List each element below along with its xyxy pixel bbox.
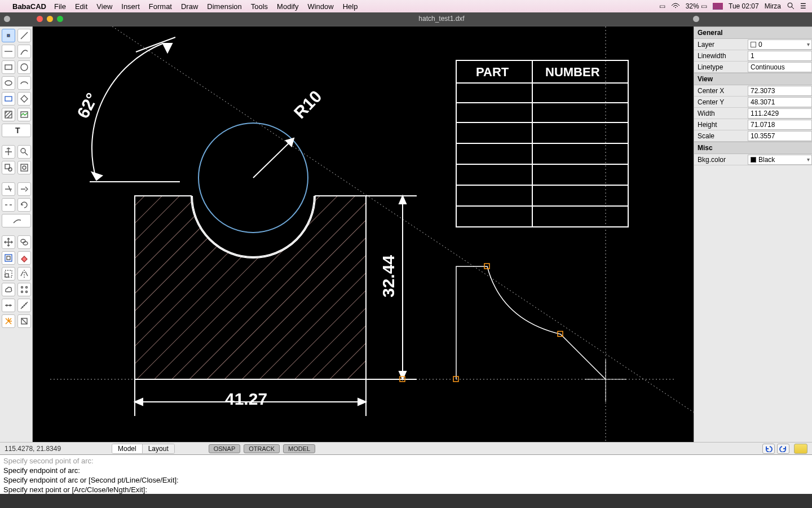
prop-layer-label: Layer xyxy=(694,41,748,49)
tool-zoom-window[interactable] xyxy=(2,161,15,174)
tool-zoom-extents[interactable] xyxy=(17,161,31,174)
floating-handle-right[interactable] xyxy=(693,16,699,22)
prop-linetype-label: Linetype xyxy=(694,63,748,71)
menu-extras-icon[interactable]: ☰ xyxy=(800,2,806,10)
spotlight-icon[interactable] xyxy=(787,2,795,11)
menu-draw[interactable]: Draw xyxy=(181,2,198,11)
prop-linewidth-value[interactable]: 1 xyxy=(748,51,812,61)
tab-model[interactable]: Model xyxy=(112,444,143,453)
input-flag-icon[interactable] xyxy=(713,3,723,10)
tool-move[interactable] xyxy=(2,235,15,249)
command-console[interactable]: Specify second point of arc: Specify end… xyxy=(0,454,812,494)
prop-centerx-value[interactable]: 72.3073 xyxy=(748,86,812,96)
floating-handle-left[interactable] xyxy=(4,16,10,22)
tool-divide[interactable] xyxy=(2,299,15,312)
svg-point-9 xyxy=(21,148,25,153)
menu-file[interactable]: File xyxy=(54,2,66,11)
clock[interactable]: Tue 02:07 xyxy=(729,2,759,10)
prop-linetype-value[interactable]: Continuous xyxy=(748,62,812,72)
dim-angle-text: 62° xyxy=(73,90,102,121)
window-close-icon[interactable] xyxy=(37,16,43,22)
tool-ellipse[interactable] xyxy=(2,76,15,90)
tool-spline[interactable] xyxy=(2,214,31,227)
drawing-canvas[interactable]: 62° R10 32.44 xyxy=(33,27,694,442)
tool-xline[interactable] xyxy=(2,45,15,58)
battery-status[interactable]: 32% ▭ xyxy=(686,2,707,10)
tool-image[interactable] xyxy=(17,108,31,121)
tool-erase[interactable] xyxy=(17,251,31,265)
mac-menubar: BabaCAD File Edit View Insert Format Dra… xyxy=(0,0,812,12)
prop-centery-value[interactable]: 48.3071 xyxy=(748,97,812,107)
tool-measure[interactable] xyxy=(17,299,31,312)
tool-polyline[interactable] xyxy=(2,92,15,106)
tool-explode[interactable] xyxy=(2,314,15,328)
menu-tools[interactable]: Tools xyxy=(251,2,268,11)
dim-height-text: 32.44 xyxy=(379,255,398,297)
tool-text[interactable]: T xyxy=(2,124,31,137)
tool-rotate[interactable] xyxy=(17,198,31,212)
user-name[interactable]: Mirza xyxy=(765,2,781,10)
window-zoom-icon[interactable] xyxy=(57,16,63,22)
prop-width-value[interactable]: 111.2429 xyxy=(748,108,812,119)
prop-scale-label: Scale xyxy=(694,132,748,140)
tool-scale[interactable] xyxy=(2,267,15,281)
tool-point[interactable] xyxy=(2,29,15,42)
tool-arc[interactable] xyxy=(17,45,31,58)
wifi-icon[interactable] xyxy=(671,2,680,11)
menu-insert[interactable]: Insert xyxy=(121,2,140,11)
menu-window[interactable]: Window xyxy=(307,2,333,11)
redo-button[interactable] xyxy=(777,444,789,454)
screen-icon[interactable]: ▭ xyxy=(659,2,665,10)
menu-format[interactable]: Format xyxy=(149,2,172,11)
tool-rectangle[interactable] xyxy=(2,60,15,74)
tool-cloud[interactable] xyxy=(2,283,15,296)
menu-help[interactable]: Help xyxy=(343,2,358,11)
tool-circle[interactable] xyxy=(17,60,31,74)
tool-offset[interactable] xyxy=(2,251,15,265)
tool-ellipse-arc[interactable] xyxy=(17,76,31,90)
tool-hatch[interactable] xyxy=(2,108,15,121)
menu-view[interactable]: View xyxy=(96,2,112,11)
svg-rect-16 xyxy=(5,255,12,261)
svg-rect-5 xyxy=(5,97,12,101)
prop-layer-value[interactable]: 0 xyxy=(748,40,812,50)
console-line-cut: Specify second point of arc: xyxy=(3,456,809,466)
tool-trim[interactable] xyxy=(2,182,15,196)
layers-button[interactable] xyxy=(794,444,807,454)
toggle-model[interactable]: MODEL xyxy=(283,444,315,453)
draw-toolbar: T xyxy=(0,27,33,442)
tool-region[interactable] xyxy=(17,314,31,328)
tool-mirror[interactable] xyxy=(17,267,31,281)
toggle-otrack[interactable]: OTRACK xyxy=(244,444,280,453)
tool-break[interactable] xyxy=(2,198,15,212)
svg-point-11 xyxy=(8,168,12,171)
tool-polygon[interactable] xyxy=(17,92,31,106)
prop-linewidth-label: Linewidth xyxy=(694,52,748,60)
menu-edit[interactable]: Edit xyxy=(75,2,87,11)
tool-copy[interactable] xyxy=(17,235,31,249)
tool-extend[interactable] xyxy=(17,182,31,196)
window-minimize-icon[interactable] xyxy=(47,16,53,22)
menu-dimension[interactable]: Dimension xyxy=(207,2,241,11)
tool-line[interactable] xyxy=(17,29,31,42)
app-name[interactable]: BabaCAD xyxy=(12,2,46,11)
tab-layout[interactable]: Layout xyxy=(143,444,174,453)
svg-line-36 xyxy=(253,138,294,178)
document-title: hatch_test1.dxf xyxy=(71,15,812,23)
prop-bgcolor-value[interactable]: Black xyxy=(748,155,812,165)
space-tabs: Model Layout xyxy=(112,444,175,454)
prop-scale-value[interactable]: 10.3557 xyxy=(748,131,812,141)
prop-bgcolor-label: Bkg.color xyxy=(694,156,748,164)
tool-array[interactable] xyxy=(17,283,31,296)
menu-modify[interactable]: Modify xyxy=(277,2,298,11)
tool-pan[interactable] xyxy=(2,145,15,159)
undo-button[interactable] xyxy=(762,444,775,454)
window-titlebar: hatch_test1.dxf xyxy=(0,12,812,25)
console-prompt[interactable]: Specify next point or [Arc/Close/leNgth/… xyxy=(3,485,809,494)
svg-point-0 xyxy=(788,3,792,7)
toggle-osnap[interactable]: OSNAP xyxy=(209,444,241,453)
prop-height-value[interactable]: 71.0718 xyxy=(748,120,812,130)
properties-panel: General Layer 0 Linewidth 1 Linetype Con… xyxy=(694,27,812,442)
svg-rect-12 xyxy=(21,164,28,171)
tool-zoom[interactable] xyxy=(17,145,31,159)
